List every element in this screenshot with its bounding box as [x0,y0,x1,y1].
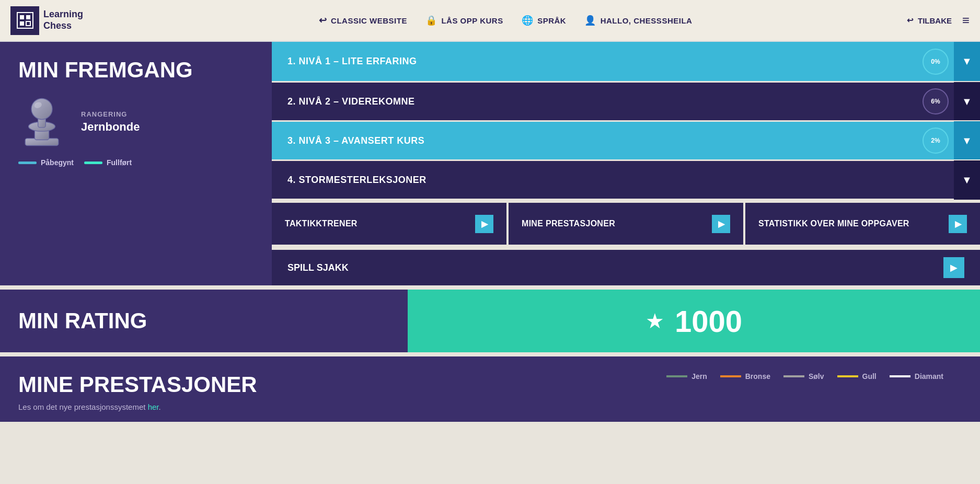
level-3-chevron[interactable]: ▼ [954,121,980,160]
globe-icon: 🌐 [522,15,534,26]
legend-started: Påbegynt [18,158,74,167]
logo-text: Learning Chess [43,9,83,31]
level-4-chevron[interactable]: ▼ [954,160,980,200]
prestasjon-section: MINE PRESTASJONER Les om det nye prestas… [0,356,980,422]
nav-sprak[interactable]: 🌐 SPRÅK [522,15,567,26]
svg-rect-4 [26,21,30,26]
main-nav: ↩ CLASSIC WEBSITE 🔒 LÅS OPP KURS 🌐 SPRÅK… [104,15,907,26]
taktikktrener-button[interactable]: TAKTIKKTRENER ▶ [272,203,508,245]
legend-bronse: Bronse [720,372,770,381]
legend-gull: Gull [837,372,877,381]
hamburger-menu[interactable]: ≡ [962,13,970,28]
legend-completed: Fullført [84,158,132,167]
level-1-badge: 0% [923,49,949,75]
level-3-label: 3. NIVÅ 3 – AVANSERT KURS [272,135,923,146]
nav-las-opp-kurs[interactable]: 🔒 LÅS OPP KURS [425,15,503,26]
logo[interactable]: Learning Chess [10,6,83,35]
header-right: ↩ TILBAKE ≡ [907,13,970,28]
spill-sjakk-arrow: ▶ [943,257,964,278]
level-2-label: 2. NIVÅ 2 – VIDEREKOMNE [272,96,923,107]
statistikk-arrow: ▶ [949,215,967,233]
gull-line [837,375,858,377]
jern-line [666,375,687,377]
completed-bar [84,162,102,164]
level-2-badge: 6% [923,88,949,114]
bronse-line [720,375,741,377]
nav-user[interactable]: 👤 HALLO, CHESSSHEILA [584,15,692,26]
svg-rect-2 [26,15,30,19]
legend-solv: Sølv [783,372,824,381]
mine-prestasjoner-button[interactable]: MINE PRESTASJONER ▶ [508,203,744,245]
taktikktrener-arrow: ▶ [475,215,493,233]
action-buttons-row: TAKTIKKTRENER ▶ MINE PRESTASJONER ▶ STAT… [272,203,980,245]
progress-panel: MIN FREMGANG [0,42,272,285]
svg-rect-3 [20,21,24,26]
svg-rect-1 [20,15,24,19]
lock-icon: 🔒 [425,15,437,26]
prestasjon-legend: Jern Bronse Sølv Gull Diamant [666,372,943,381]
prestasjon-subtitle: Les om det nye prestasjonssystemet her. [18,402,257,411]
separator-1 [272,199,980,203]
rating-section: MIN RATING ★ 1000 [0,290,980,352]
chess-piece-area: RANGERING Jernbonde [18,96,253,148]
nav-classic-website[interactable]: ↩ CLASSIC WEBSITE [319,15,407,26]
prestasjon-header: MINE PRESTASJONER Les om det nye prestas… [18,372,962,411]
level-1-chevron[interactable]: ▼ [954,42,980,81]
prestasjon-link[interactable]: her [148,402,159,411]
bottom-separator [0,352,980,356]
legend-diamant: Diamant [890,372,943,381]
level-2-chevron[interactable]: ▼ [954,82,980,121]
levels-panel: 1. NIVÅ 1 – LITE ERFARING 0% ▼ 2. NIVÅ 2… [272,42,980,285]
legend-area: Påbegynt Fullført [18,158,253,167]
logo-icon [10,6,39,35]
diamant-line [890,375,910,377]
prestasjon-title: MINE PRESTASJONER [18,372,257,397]
rating-left-panel: MIN RATING [0,290,408,352]
progress-title: MIN FREMGANG [18,57,253,83]
solv-line [783,375,804,377]
main-separator [0,285,980,290]
header: Learning Chess ↩ CLASSIC WEBSITE 🔒 LÅS O… [0,0,980,42]
started-bar [18,162,37,164]
rating-right-panel: ★ 1000 [408,290,980,352]
statistikk-button[interactable]: STATISTIKK OVER MINE OPPGAVER ▶ [744,203,980,245]
separator-2 [272,245,980,249]
legend-jern: Jern [666,372,707,381]
level-3-row[interactable]: 3. NIVÅ 3 – AVANSERT KURS 2% ▼ [272,120,980,159]
level-4-row[interactable]: 4. STORMESTERLEKSJONER ▼ [272,159,980,199]
tilbake-icon: ↩ [907,16,914,25]
level-3-badge: 2% [923,128,949,154]
level-1-row[interactable]: 1. NIVÅ 1 – LITE ERFARING 0% ▼ [272,42,980,81]
level-2-row[interactable]: 2. NIVÅ 2 – VIDEREKOMNE 6% ▼ [272,81,980,120]
level-1-label: 1. NIVÅ 1 – LITE ERFARING [272,56,923,67]
spill-sjakk-row[interactable]: SPILL SJAKK ▶ [272,249,980,285]
tilbake-button[interactable]: ↩ TILBAKE [907,16,952,25]
mine-prestasjoner-arrow: ▶ [712,215,730,233]
level-4-label: 4. STORMESTERLEKSJONER [272,175,954,186]
chess-pawn-icon [18,96,65,148]
classic-website-icon: ↩ [319,15,327,26]
svg-point-9 [31,98,52,119]
user-icon: 👤 [584,15,596,26]
ranking-area: RANGERING Jernbonde [81,110,140,134]
